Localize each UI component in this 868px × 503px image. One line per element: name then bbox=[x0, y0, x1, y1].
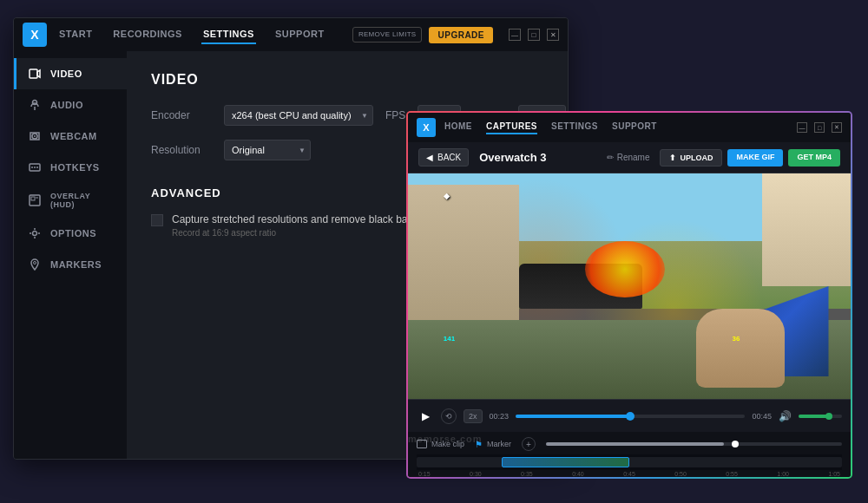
toolbar-actions: ⬆ UPLOAD MAKE GIF GET MP4 bbox=[660, 149, 840, 167]
window-controls: — □ ✕ bbox=[509, 29, 559, 41]
player-close-btn[interactable]: ✕ bbox=[832, 122, 842, 133]
nav-start[interactable]: START bbox=[57, 25, 94, 44]
timeline-track[interactable] bbox=[417, 457, 842, 467]
progress-fill bbox=[516, 415, 630, 418]
clip-slider[interactable] bbox=[546, 442, 842, 446]
clip-slider-thumb bbox=[732, 441, 739, 447]
player-window-border: X HOME CAPTURES SETTINGS SUPPORT — □ ✕ ◀… bbox=[406, 111, 852, 479]
watermark: memorse.com bbox=[408, 434, 483, 444]
encoder-label: Encoder bbox=[151, 109, 212, 121]
sidebar-item-audio[interactable]: AUDIO bbox=[14, 89, 127, 121]
options-icon bbox=[28, 226, 42, 240]
volume-button[interactable]: 🔊 bbox=[779, 410, 792, 422]
player-nav-captures[interactable]: CAPTURES bbox=[486, 121, 537, 134]
building-left bbox=[408, 185, 519, 343]
timeline-ruler bbox=[417, 454, 842, 470]
rename-label: Rename bbox=[617, 153, 650, 162]
hud-top: ◆ bbox=[444, 192, 450, 200]
current-time: 00:23 bbox=[490, 412, 510, 421]
sidebar-audio-label: AUDIO bbox=[50, 100, 83, 110]
make-gif-button[interactable]: MAKE GIF bbox=[727, 149, 783, 167]
back-chevron-icon: ◀ bbox=[426, 153, 433, 162]
sidebar-markers-label: MARKERS bbox=[50, 259, 102, 270]
add-marker-button[interactable]: + bbox=[522, 437, 536, 451]
upload-button[interactable]: ⬆ UPLOAD bbox=[660, 149, 722, 167]
skip-back-button[interactable]: ⟲ bbox=[441, 408, 457, 424]
player-title-bar: X HOME CAPTURES SETTINGS SUPPORT — □ ✕ bbox=[408, 113, 851, 142]
timeline-label-0: 0:15 bbox=[418, 471, 431, 477]
player-nav-support[interactable]: SUPPORT bbox=[612, 121, 657, 134]
volume-fill bbox=[799, 415, 829, 418]
sidebar-item-options[interactable]: OPTIONS bbox=[14, 218, 127, 249]
resolution-select[interactable]: Original bbox=[224, 140, 311, 160]
resolution-select-wrapper: Original bbox=[224, 140, 311, 160]
play-button[interactable]: ▶ bbox=[417, 408, 434, 425]
sidebar-item-overlay[interactable]: OVERLAY (HUD) bbox=[14, 183, 127, 218]
nav-recordings[interactable]: RECORDINGS bbox=[111, 25, 184, 44]
player-controls: ▶ ⟲ 2x 00:23 00:45 🔊 bbox=[408, 399, 851, 432]
remove-limits-btn[interactable]: REMOVE LIMITS bbox=[352, 27, 423, 42]
timeline-label-1: 0:30 bbox=[470, 471, 482, 477]
video-area: ◆ 141 36 bbox=[408, 173, 851, 399]
sidebar-item-markers[interactable]: MARKERS bbox=[14, 249, 127, 280]
pencil-icon: ✏ bbox=[607, 153, 614, 162]
title-bar: X START RECORDINGS SETTINGS SUPPORT REMO… bbox=[14, 18, 568, 51]
game-scene: ◆ 141 36 bbox=[408, 173, 851, 399]
upgrade-button[interactable]: UPGRADE bbox=[429, 27, 493, 43]
timeline-highlight bbox=[502, 457, 629, 467]
player-nav-settings[interactable]: SETTINGS bbox=[551, 121, 598, 134]
timeline-label-5: 0:50 bbox=[674, 471, 687, 477]
sidebar-item-hotkeys[interactable]: HOTKEYS bbox=[14, 152, 127, 183]
player-win-controls: — □ ✕ bbox=[797, 122, 842, 133]
sidebar-hotkeys-label: HOTKEYS bbox=[50, 162, 100, 173]
upload-label: UPLOAD bbox=[680, 154, 713, 162]
hotkeys-icon bbox=[28, 160, 42, 174]
video-icon bbox=[28, 67, 42, 81]
close-button[interactable]: ✕ bbox=[547, 29, 559, 41]
svg-point-12 bbox=[33, 232, 37, 236]
player-hands bbox=[696, 309, 785, 388]
hud-ammo: 36 bbox=[733, 335, 740, 343]
volume-bar[interactable] bbox=[799, 415, 842, 418]
player-app-logo: X bbox=[417, 118, 436, 137]
nav-support[interactable]: SUPPORT bbox=[273, 25, 326, 44]
upload-icon: ⬆ bbox=[669, 154, 676, 162]
get-mp4-button[interactable]: GET MP4 bbox=[788, 149, 840, 167]
sidebar-options-label: OPTIONS bbox=[50, 228, 96, 238]
timeline-label-6: 0:55 bbox=[726, 471, 738, 477]
timeline-label-8: 1:05 bbox=[828, 471, 840, 477]
stretch-checkbox[interactable] bbox=[151, 214, 163, 226]
timeline-labels: 0:15 0:30 0:35 0:40 0:45 0:50 0:55 1:00 … bbox=[417, 471, 842, 477]
player-minimize-btn[interactable]: — bbox=[797, 122, 807, 133]
sidebar-item-webcam[interactable]: WEBCAM bbox=[14, 121, 127, 152]
minimize-button[interactable]: — bbox=[509, 29, 521, 41]
timeline-label-7: 1:00 bbox=[777, 471, 789, 477]
clip-slider-fill bbox=[546, 442, 724, 446]
sidebar-item-video[interactable]: VIDEO bbox=[14, 58, 127, 89]
end-time: 00:45 bbox=[752, 412, 772, 421]
app-logo: X bbox=[23, 23, 47, 47]
audio-icon bbox=[28, 98, 42, 112]
player-maximize-btn[interactable]: □ bbox=[814, 122, 825, 133]
back-button[interactable]: ◀ BACK bbox=[418, 148, 469, 167]
sidebar-overlay-label: OVERLAY (HUD) bbox=[50, 192, 113, 209]
nav-settings[interactable]: SETTINGS bbox=[201, 25, 256, 44]
svg-point-13 bbox=[34, 262, 36, 265]
checkbox-main-label: Capture stretched resolutions and remove… bbox=[172, 213, 416, 225]
maximize-button[interactable]: □ bbox=[528, 29, 540, 41]
progress-bar[interactable] bbox=[516, 415, 745, 418]
timeline-label-3: 0:40 bbox=[572, 471, 584, 477]
encoder-select[interactable]: x264 (best CPU and quality) bbox=[224, 105, 373, 126]
video-frame: ◆ 141 36 bbox=[408, 173, 851, 399]
speed-selector[interactable]: 2x bbox=[464, 409, 483, 423]
sidebar: VIDEO AUDIO bbox=[14, 51, 127, 459]
sidebar-video-label: VIDEO bbox=[50, 69, 82, 79]
marker-label: Marker bbox=[487, 440, 511, 448]
checkbox-sub-label: Record at 16:9 aspect ratio bbox=[172, 228, 416, 238]
player-nav-home[interactable]: HOME bbox=[444, 121, 472, 134]
rename-button[interactable]: ✏ Rename bbox=[607, 153, 650, 162]
fps-label: FPS bbox=[385, 109, 405, 121]
volume-thumb bbox=[825, 413, 832, 420]
progress-thumb bbox=[626, 412, 635, 421]
svg-rect-0 bbox=[30, 69, 37, 78]
